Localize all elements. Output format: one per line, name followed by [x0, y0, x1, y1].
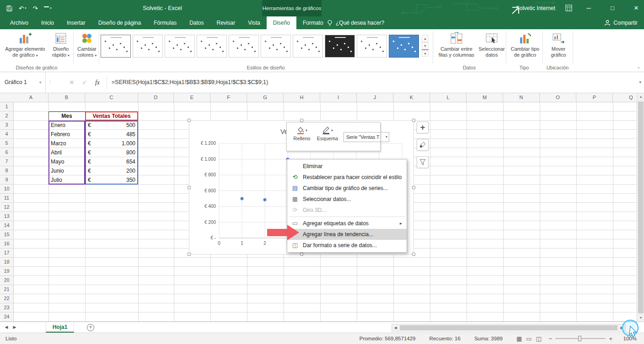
chart-handle-nw[interactable] [188, 119, 191, 122]
row-header-15[interactable]: 15 [0, 230, 13, 239]
undo-icon[interactable]: ↶▾ [19, 5, 26, 12]
cell-month-febrero[interactable]: Febrero [48, 130, 85, 139]
column-header-q[interactable]: Q [613, 93, 637, 102]
cell-month-abril[interactable]: Abril [48, 148, 85, 157]
chart-handle-s[interactable] [300, 253, 303, 256]
chart-style-thumb-2[interactable] [133, 35, 163, 58]
tell-me-search[interactable]: ¿Qué desea hacer? [327, 16, 384, 29]
column-header-c[interactable]: C [85, 93, 138, 102]
row-header-10[interactable]: 10 [0, 185, 13, 194]
minimize-button[interactable]: ─ [581, 0, 596, 16]
redo-icon[interactable]: ↷ [32, 5, 38, 12]
scroll-down-icon[interactable]: ▾ [637, 314, 644, 322]
quick-layout-button[interactable]: Diseño rápido ▾ [49, 31, 72, 65]
horizontal-scrollbar[interactable]: ◀ ▶ [392, 324, 626, 332]
row-header-24[interactable]: 24 [0, 312, 13, 322]
cell-month-junio[interactable]: Junio [48, 166, 85, 175]
chart-style-thumb-1[interactable] [101, 35, 131, 58]
row-header-12[interactable]: 12 [0, 203, 13, 212]
customize-quick-access-icon[interactable]: ▾ [44, 6, 52, 10]
row-header-22[interactable]: 22 [0, 294, 13, 303]
row-header-16[interactable]: 16 [0, 239, 13, 249]
chart-handle-sw[interactable] [188, 253, 191, 256]
row-header-20[interactable]: 20 [0, 276, 13, 285]
sheet-nav-right-icon[interactable]: ▶ [11, 322, 18, 333]
column-header-f[interactable]: F [210, 93, 247, 102]
row-header-17[interactable]: 17 [0, 249, 13, 258]
column-header-b[interactable]: B [48, 93, 85, 102]
name-box-dropdown-icon[interactable]: ▾ [39, 72, 41, 93]
cancel-icon[interactable]: ✕ [66, 72, 78, 93]
change-chart-type-button[interactable]: Cambiar tipo de gráfico [509, 31, 542, 65]
cell-value-marzo[interactable]: €1.000 [85, 139, 138, 148]
ribbon-display-options-icon[interactable] [565, 5, 572, 13]
menu-item-dar-formato-a-serie-de-datos[interactable]: ◫Dar formato a serie de datos... [287, 240, 407, 251]
chart-handle-se[interactable] [412, 253, 415, 256]
menu-item-cambiar-tipo-de-grafico-de-series[interactable]: ▤Cambiar tipo de gráfico de series... [287, 183, 407, 194]
row-header-9[interactable]: 9 [0, 175, 13, 185]
cell-value-febrero[interactable]: €485 [85, 130, 138, 139]
page-break-view-icon[interactable]: ◫ [536, 335, 542, 342]
chart-styles-button[interactable] [417, 139, 429, 151]
tab-inicio[interactable]: Inicio [35, 16, 60, 29]
chart-handle-e[interactable] [412, 186, 415, 189]
row-header-23[interactable]: 23 [0, 303, 13, 312]
chart-elements-button[interactable]: + [417, 122, 429, 133]
chart-style-thumb-5[interactable] [229, 35, 259, 58]
switch-row-column-button[interactable]: Cambiar entre filas y columnas [435, 31, 478, 65]
zoom-slider-thumb[interactable] [578, 336, 581, 341]
save-icon[interactable] [6, 5, 12, 11]
select-data-button[interactable]: Seleccionar datos [478, 31, 505, 65]
column-header-o[interactable]: O [540, 93, 576, 102]
maximize-button[interactable]: □ [605, 0, 620, 16]
chart-style-thumb-8[interactable] [325, 35, 355, 58]
column-header-k[interactable]: K [393, 93, 430, 102]
tab-archivo[interactable]: Archivo [4, 16, 35, 29]
tab-diseno-de-pagina[interactable]: Diseño de página [92, 16, 147, 29]
scroll-right-icon[interactable]: ▶ [618, 324, 625, 331]
column-header-j[interactable]: J [357, 93, 393, 102]
zoom-percent[interactable]: 100% [616, 336, 637, 341]
fill-button[interactable]: ▾ Relleno [290, 125, 314, 149]
move-chart-button[interactable]: Mover gráfico [545, 31, 572, 65]
cell-month-julio[interactable]: Julio [48, 175, 85, 185]
chart-style-thumb-9[interactable] [357, 35, 387, 58]
row-header-4[interactable]: 4 [0, 130, 13, 139]
normal-view-icon[interactable]: ▦ [516, 335, 522, 342]
cell-value-enero[interactable]: €500 [85, 121, 138, 130]
chart-style-thumb-4[interactable] [197, 35, 227, 58]
row-header-14[interactable]: 14 [0, 221, 13, 230]
chart-handle-n[interactable] [300, 119, 303, 122]
vertical-scroll-thumb[interactable] [638, 101, 644, 313]
collapse-ribbon-icon[interactable]: ⌃ [637, 67, 640, 71]
sheet-tab-hoja1[interactable]: Hoja1 [46, 322, 74, 333]
status-average[interactable]: Promedio: 569,8571429 [360, 336, 416, 341]
close-button[interactable]: ✕ [628, 0, 644, 16]
cell-value-junio[interactable]: €200 [85, 166, 138, 175]
row-header-18[interactable]: 18 [0, 258, 13, 267]
status-sum[interactable]: Suma: 3989 [474, 336, 503, 341]
gallery-more-icon[interactable]: ▾ [422, 49, 429, 57]
chart-filters-button[interactable] [417, 156, 429, 168]
cell-value-mayo[interactable]: €654 [85, 157, 138, 166]
insert-function-icon[interactable]: fx [91, 72, 103, 93]
row-header-21[interactable]: 21 [0, 285, 13, 294]
column-header-p[interactable]: P [576, 93, 613, 102]
tab-datos[interactable]: Datos [183, 16, 210, 29]
row-header-8[interactable]: 8 [0, 166, 13, 175]
menu-item-restablecer-para-hacer-coincidir-el-estilo[interactable]: ⟲Restablecer para hacer coincidir el est… [287, 172, 407, 183]
enter-icon[interactable]: ✓ [79, 72, 91, 93]
scroll-left-icon[interactable]: ◀ [392, 324, 399, 331]
menu-item-agregar-etiquetas-de-datos[interactable]: ▭Agregar etiquetas de datos▸ [287, 218, 407, 229]
chart-style-thumb-6[interactable] [261, 35, 291, 58]
cell-b2-mes[interactable]: Mes [48, 111, 85, 121]
row-header-11[interactable]: 11 [0, 194, 13, 203]
gallery-scroll-down-icon[interactable]: ▾ [422, 42, 429, 49]
horizontal-scroll-thumb[interactable] [400, 325, 617, 330]
cell-value-abril[interactable]: €800 [85, 148, 138, 157]
change-colors-button[interactable]: Cambiar colores ▾ [75, 31, 99, 65]
chart-style-thumb-3[interactable] [165, 35, 195, 58]
vertical-scrollbar[interactable]: ▴ ▾ [637, 93, 644, 322]
menu-item-agregar-linea-de-tendencia[interactable]: Agregar línea de tendencia... [287, 229, 407, 240]
zoom-in-icon[interactable]: + [609, 335, 612, 342]
